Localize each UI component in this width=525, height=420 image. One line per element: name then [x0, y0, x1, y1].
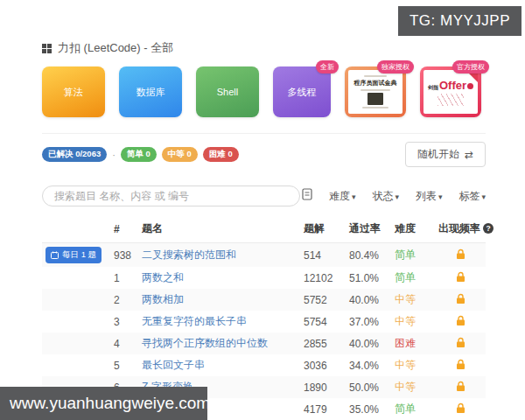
- card-shell[interactable]: Shell: [196, 66, 259, 117]
- page-title: 力扣 (LeetCode) - 全部: [58, 40, 173, 56]
- problem-id: 1: [110, 267, 138, 289]
- problem-id: 3: [110, 311, 138, 332]
- chevron-down-icon: ▾: [438, 192, 443, 201]
- problem-title-link[interactable]: 二叉搜索树的范围和: [142, 248, 236, 261]
- problem-title-link[interactable]: 两数相加: [142, 293, 184, 305]
- book-decor-line: [360, 89, 390, 91]
- filter-difficulty[interactable]: 难度▾: [329, 189, 356, 204]
- lock-icon: [456, 402, 466, 414]
- problem-title-link[interactable]: 无重复字符的最长子串: [142, 315, 247, 327]
- offer-dot-decor: [467, 83, 473, 89]
- daily-cell: [42, 332, 110, 354]
- problem-title-link[interactable]: 两数之和: [142, 271, 184, 284]
- ctci-book-image: [368, 93, 383, 105]
- shuffle-icon: ⇄: [465, 149, 473, 161]
- difficulty-label: 困难: [391, 332, 435, 354]
- site-watermark: www.yuanhuangweiye.com: [0, 387, 207, 420]
- lock-icon: [456, 359, 466, 370]
- problem-title-link[interactable]: 寻找两个正序数组的中位数: [142, 337, 268, 349]
- list-view-icon[interactable]: [302, 188, 312, 204]
- chevron-down-icon: ▾: [481, 192, 486, 201]
- filter-status[interactable]: 状态▾: [372, 189, 399, 204]
- solutions-count: 5752: [300, 289, 346, 311]
- search-input[interactable]: [42, 186, 300, 206]
- separator: ·: [112, 150, 116, 160]
- difficulty-label: 中等: [391, 311, 435, 332]
- solutions-count: 1890: [300, 376, 346, 398]
- frequency-cell: [435, 376, 486, 398]
- offer-book-cover: 剑指 Offer: [424, 70, 478, 114]
- acceptance-rate: 35.0%: [346, 398, 391, 420]
- solved-badge: 已解决 0/2063: [42, 147, 107, 162]
- frequency-cell: [435, 243, 486, 268]
- col-acceptance: 通过率: [346, 217, 391, 243]
- main-content: 力扣 (LeetCode) - 全部 算法 数据库 Shell 全新 多线程 独…: [42, 40, 486, 420]
- card-algorithms[interactable]: 算法: [42, 66, 105, 117]
- card-concurrency[interactable]: 全新 多线程: [273, 66, 331, 117]
- daily-cell: [42, 311, 110, 332]
- solutions-count: 514: [300, 243, 346, 268]
- table-row: 4寻找两个正序数组的中位数285540.0%困难: [42, 332, 486, 354]
- problem-id: 4: [110, 332, 138, 354]
- frequency-cell: [435, 267, 486, 289]
- card-offer-book[interactable]: 官方授权 剑指 Offer: [420, 66, 481, 117]
- col-difficulty: 难度: [391, 217, 435, 243]
- difficulty-label: 简单: [391, 398, 435, 420]
- category-cards: 算法 数据库 Shell 全新 多线程 独家授权 程序员面试金典: [42, 66, 486, 121]
- col-solutions: 题解: [300, 217, 346, 243]
- daily-cell: [42, 354, 110, 376]
- card-database-label: 数据库: [136, 86, 165, 99]
- filter-lists[interactable]: 列表▾: [416, 189, 443, 204]
- table-row: 每日 1 题938二叉搜索树的范围和51480.4%简单: [42, 243, 486, 268]
- tg-watermark: TG: MYYJJPP: [398, 6, 522, 36]
- acceptance-rate: 50.0%: [346, 376, 391, 398]
- card-database[interactable]: 数据库: [119, 66, 182, 117]
- acceptance-rate: 40.0%: [346, 332, 391, 354]
- search-row: 难度▾ 状态▾ 列表▾ 标签▾: [42, 186, 486, 206]
- frequency-cell: [435, 311, 486, 332]
- table-header-row: # 题名 题解 通过率 难度 出现频率?: [42, 217, 486, 243]
- filter-tags[interactable]: 标签▾: [458, 189, 486, 204]
- filter-group: 难度▾ 状态▾ 列表▾ 标签▾: [302, 188, 486, 204]
- solutions-count: 3036: [300, 354, 346, 376]
- help-icon[interactable]: ?: [483, 223, 494, 234]
- book-decor-line: [364, 75, 387, 77]
- page-header: 力扣 (LeetCode) - 全部: [42, 40, 486, 56]
- lock-icon: [456, 293, 466, 304]
- col-daily: [42, 217, 110, 243]
- solutions-count: 5754: [300, 311, 346, 332]
- official-badge: 官方授权: [452, 60, 489, 74]
- solutions-count: 12102: [300, 267, 346, 289]
- table-row: 2两数相加575240.0%中等: [42, 289, 486, 311]
- hard-count-badge: 困难 0: [203, 147, 239, 162]
- daily-cell: [42, 267, 110, 289]
- col-frequency: 出现频率?: [435, 217, 486, 243]
- lock-icon: [456, 271, 466, 283]
- card-algorithms-label: 算法: [64, 86, 83, 99]
- solutions-count: 4179: [300, 398, 346, 420]
- ctci-book-title: 程序员面试金典: [354, 79, 397, 88]
- calendar-icon: [51, 251, 59, 259]
- solutions-count: 2855: [300, 332, 346, 354]
- problem-id: 5: [110, 354, 138, 376]
- difficulty-label: 简单: [391, 243, 435, 268]
- problem-title-link[interactable]: 最长回文子串: [142, 359, 205, 371]
- table-row: 1两数之和1210251.0%简单: [42, 267, 486, 289]
- ctci-book-cover: 程序员面试金典: [348, 70, 402, 114]
- card-ctci-book[interactable]: 独家授权 程序员面试金典: [345, 66, 406, 117]
- problem-id: 2: [110, 289, 138, 311]
- random-start-button[interactable]: 随机开始 ⇄: [405, 142, 486, 167]
- acceptance-rate: 80.4%: [346, 243, 391, 268]
- card-shell-label: Shell: [217, 87, 238, 97]
- daily-question-badge[interactable]: 每日 1 题: [46, 247, 102, 263]
- stats-row: 已解决 0/2063 · 简单 0 中等 0 困难 0 随机开始 ⇄: [42, 142, 486, 167]
- frequency-cell: [435, 332, 486, 354]
- medium-count-badge: 中等 0: [162, 147, 198, 162]
- lock-icon: [456, 315, 466, 326]
- frequency-cell: [435, 354, 486, 376]
- frequency-cell: [435, 398, 486, 420]
- offer-book-cn: 剑指: [428, 84, 438, 92]
- page: TG: MYYJJPP 力扣 (LeetCode) - 全部 算法 数据库 Sh…: [0, 0, 525, 420]
- acceptance-rate: 34.0%: [346, 354, 391, 376]
- problem-id: 938: [110, 243, 138, 268]
